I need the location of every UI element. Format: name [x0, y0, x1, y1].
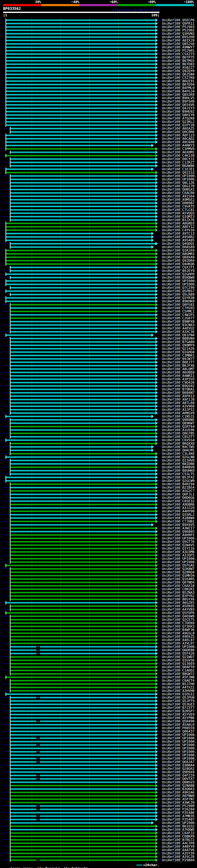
subject-gap-line: [36, 698, 40, 698]
arrowhead-icon: [156, 242, 158, 245]
row-start-tick: [5, 479, 6, 483]
alignment-bar: [6, 273, 156, 275]
row-label[interactable]: UniRef100_P29804: [162, 859, 195, 862]
alignment-bar: [10, 571, 156, 573]
arrowhead-icon: [156, 831, 158, 835]
row-start-tick: [5, 154, 6, 157]
arrowhead-icon: [156, 780, 158, 784]
arrowhead-icon: [156, 42, 158, 45]
row-start-tick: [10, 855, 10, 859]
row-start-tick: [10, 537, 10, 540]
subject-gap-line: [36, 721, 40, 721]
row-start-tick: [5, 63, 6, 66]
row-start-tick: [5, 259, 6, 262]
row-start-tick: [10, 682, 10, 686]
arrowhead-icon: [156, 80, 158, 83]
arrowhead-icon: [156, 22, 158, 25]
row-start-tick: [10, 794, 10, 798]
alignment-bar: [6, 121, 156, 123]
alignment-bar: [10, 598, 156, 600]
row-start-tick: [10, 740, 10, 743]
alignment-bar: [6, 20, 156, 21]
arrowhead-icon: [156, 547, 158, 550]
arrowhead-icon: [156, 330, 158, 334]
alignment-bar: [10, 741, 156, 742]
alignment-bar: [10, 202, 156, 204]
row-start-tick: [10, 310, 10, 313]
alignment-bar: [6, 97, 156, 99]
alignment-bar: [6, 172, 156, 173]
alignment-bar: [10, 842, 156, 844]
alignment-bar: [10, 527, 156, 529]
alignment-bar: [6, 439, 156, 441]
alignment-bar: [10, 179, 156, 180]
arrowhead-icon: [156, 506, 158, 509]
arrowhead-icon: [156, 483, 158, 486]
alignment-bar: [10, 504, 156, 505]
row-start-tick: [10, 469, 10, 472]
alignment-bar: [10, 788, 156, 790]
arrowhead-icon: [156, 479, 158, 483]
alignment-bar: [10, 859, 36, 861]
subject-gap-line: [36, 775, 40, 776]
alignment-bar: [10, 805, 36, 807]
alignment-bar: [40, 819, 156, 820]
alignment-bar: [10, 751, 36, 752]
arrowhead-icon: [156, 544, 158, 547]
alignment-bar: [10, 606, 156, 607]
arrowhead-icon: [156, 527, 158, 530]
arrowhead-icon: [156, 174, 158, 178]
arrowhead-icon: [156, 486, 158, 489]
row-start-tick: [10, 344, 10, 347]
alignment-bar: [10, 317, 156, 319]
alignment-bar: [10, 521, 156, 522]
row-start-tick: [10, 777, 10, 780]
alignment-bar: [10, 734, 156, 736]
arrowhead-icon: [156, 63, 158, 66]
row-start-tick: [10, 215, 10, 218]
alignment-bar: [10, 765, 156, 766]
arrowhead-icon: [156, 69, 158, 73]
row-start-tick: [10, 330, 10, 334]
arrowhead-icon: [156, 499, 158, 503]
alignment-bar: [10, 368, 156, 370]
row-start-tick: [10, 828, 10, 831]
alignment-bar: [10, 727, 156, 729]
alignment-bar: [10, 754, 156, 756]
arrowhead-icon: [156, 530, 158, 533]
alignment-bar: [6, 81, 156, 82]
arrowhead-icon: [156, 411, 158, 415]
row-start-tick: [10, 770, 10, 774]
row-start-tick: [5, 90, 6, 93]
row-start-tick: [10, 184, 10, 188]
alignment-row: UniRef100_P29804: [0, 859, 197, 862]
subject-gap-line: [36, 860, 40, 860]
arrowhead-icon: [156, 303, 158, 306]
alignment-bar: [6, 46, 156, 48]
alignment-bar: [10, 531, 156, 532]
alignment-bar: [10, 277, 156, 278]
arrowhead-icon: [156, 90, 158, 93]
row-start-tick: [5, 103, 6, 106]
alignment-bar: [6, 70, 156, 72]
arrowhead-icon: [156, 313, 158, 316]
alignment-bar: [10, 781, 156, 783]
arrowhead-icon: [156, 794, 158, 798]
arrowhead-icon: [152, 448, 154, 452]
alignment-bar: [10, 822, 152, 824]
alignment-bar: [10, 331, 156, 333]
alignment-bar: [10, 382, 156, 383]
alignment-bar: [6, 114, 156, 116]
arrowhead-icon: [156, 73, 158, 76]
alignment-bar: [10, 548, 156, 549]
arrowhead-icon: [156, 814, 158, 818]
row-start-tick: [10, 780, 10, 784]
alignment-bar: [10, 429, 156, 431]
arrowhead-icon: [156, 655, 158, 659]
large-gaps-legend: Large gaps: ▲(in Query)/-(in Subject): [2, 863, 88, 868]
alignment-bar: [10, 575, 156, 577]
row-start-tick: [10, 628, 10, 631]
arrowhead-icon: [156, 344, 158, 347]
arrowhead-icon: [156, 757, 158, 760]
arrowhead-icon: [156, 676, 158, 679]
